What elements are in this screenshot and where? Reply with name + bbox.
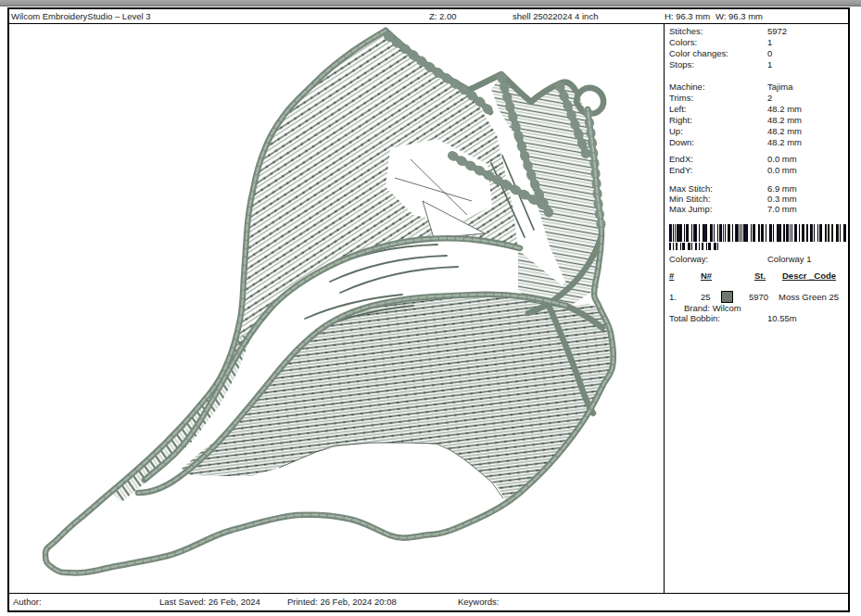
thread-row-descr: Moss Green 25	[779, 292, 839, 303]
stat-label: Max Jump:	[669, 204, 712, 214]
col-header-descr: Descr _Code	[782, 270, 836, 282]
keywords-label: Keywords:	[458, 597, 499, 608]
stat-value: 6.9 mm	[767, 183, 797, 194]
app-title: Wilcom EmbroideryStudio – Level 3	[11, 11, 150, 23]
design-info-panel: Stitches:5972 Colors:1 Color changes:0 S…	[664, 23, 855, 595]
author-label: Author:	[13, 597, 42, 608]
col-header-num: #	[669, 270, 674, 282]
stat-label: Color changes:	[669, 48, 728, 58]
design-barcode	[669, 224, 847, 242]
stat-value: 48.2 mm	[767, 104, 802, 114]
colorway-label: Colorway:	[669, 254, 708, 265]
printed-text: Printed: 26 Feb, 2024 20:08	[287, 597, 397, 608]
stat-label: Stops:	[669, 59, 694, 69]
thread-color-swatch	[721, 291, 733, 303]
stat-label: Left:	[669, 104, 687, 114]
stat-value: 0.0 mm	[767, 165, 797, 175]
stat-value: 0	[767, 48, 772, 58]
stitch-limits-group: Max Stitch:6.9 mm Min Stitch:0.3 mm Max …	[664, 183, 855, 214]
design-height: H: 96.3 mm	[665, 11, 710, 23]
design-filename: shell 25022024 4 inch	[513, 11, 598, 23]
stat-value: 2	[767, 93, 772, 103]
stat-value: 0.3 mm	[767, 194, 797, 204]
stat-label: Up:	[669, 126, 683, 136]
stat-value: 1	[767, 37, 772, 47]
stat-label: Right:	[669, 115, 692, 125]
total-bobbin-value: 10.55m	[767, 313, 797, 324]
col-header-st: St.	[754, 270, 766, 282]
end-point-group: EndX:0.0 mm EndY:0.0 mm	[664, 154, 855, 176]
design-barcode-tail	[669, 243, 719, 250]
stat-label: Stitches:	[669, 26, 703, 36]
stat-value: 48.2 mm	[767, 115, 802, 125]
stat-label: Machine:	[669, 82, 705, 92]
stat-value: Tajima	[767, 82, 792, 92]
print-page: Wilcom EmbroideryStudio – Level 3 Z: 2.0…	[7, 7, 850, 612]
stat-value: 0.0 mm	[767, 154, 797, 164]
stat-label: EndY:	[669, 165, 692, 175]
total-bobbin-label: Total Bobbin:	[669, 313, 720, 324]
zoom-level: Z: 2.00	[429, 11, 457, 23]
print-preview-screen: Wilcom EmbroideryStudio – Level 3 Z: 2.0…	[0, 0, 861, 616]
stat-value: 48.2 mm	[767, 137, 802, 147]
col-header-n: N#	[701, 270, 712, 282]
machine-stats-group: Machine:Tajima Trims:2	[664, 82, 855, 104]
shell-embroidery-design: .st{fill:none;stroke:#75887a;stroke-widt…	[9, 24, 664, 593]
stat-label: Down:	[669, 137, 694, 147]
window-title-strip	[0, 0, 861, 6]
thread-row-st: 5970	[749, 292, 768, 303]
footer-divider	[9, 593, 848, 594]
stat-label: Colors:	[669, 37, 697, 47]
stat-label: Trims:	[669, 93, 693, 103]
stat-label: EndX:	[669, 154, 693, 164]
last-saved-text: Last Saved: 26 Feb, 2024	[159, 597, 260, 608]
stat-label: Max Stitch:	[669, 183, 713, 194]
stat-value: 7.0 mm	[767, 204, 797, 214]
thread-row-n: 25	[701, 292, 711, 303]
thread-row-num: 1.	[669, 292, 677, 303]
stitch-stats-group: Stitches:5972 Colors:1 Color changes:0 S…	[664, 26, 855, 70]
design-width: W: 96.3 mm	[715, 11, 763, 23]
stat-value: 48.2 mm	[767, 126, 802, 136]
colorway-value: Colorway 1	[767, 254, 812, 265]
stat-label: Min Stitch:	[669, 194, 710, 204]
stat-value: 5972	[767, 26, 787, 36]
stat-value: 1	[767, 59, 772, 69]
extent-stats-group: Left:48.2 mm Right:48.2 mm Up:48.2 mm Do…	[664, 104, 855, 148]
